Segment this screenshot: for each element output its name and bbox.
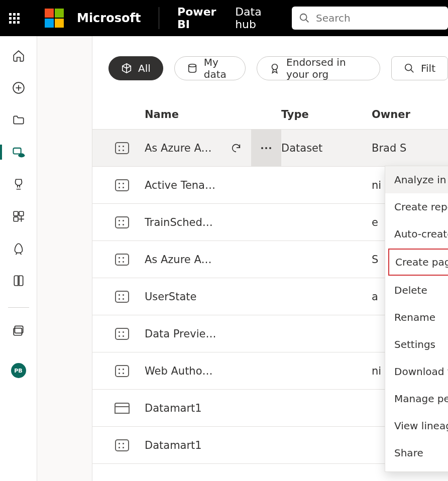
row-name[interactable]: As Azure Adventure … — [145, 142, 221, 154]
row-name[interactable]: Datamart1 — [145, 402, 221, 414]
global-header: Microsoft Power BI Data hub — [0, 0, 448, 36]
table-row[interactable]: As Azure Adventure …DatasetBrad S — [92, 130, 448, 167]
svg-rect-9 — [14, 217, 18, 221]
microsoft-label: Microsoft — [77, 11, 141, 25]
more-options-button — [251, 167, 281, 203]
more-options-button — [251, 241, 281, 278]
row-name[interactable]: As Azure Adventure Works II — [145, 254, 221, 266]
more-options-button — [251, 204, 281, 240]
nav-create[interactable] — [9, 78, 28, 97]
menu-share[interactable]: Share — [385, 439, 448, 466]
secondary-panel — [37, 36, 92, 481]
search-input[interactable] — [316, 12, 441, 24]
svg-rect-7 — [14, 211, 18, 216]
dataset-icon — [99, 216, 145, 228]
row-name[interactable]: Data Preview Usage — [145, 328, 221, 340]
row-name[interactable]: Web Authoring Usage — [145, 365, 221, 377]
nav-home[interactable] — [9, 46, 28, 65]
menu-create-report[interactable]: Create report — [385, 193, 448, 220]
menu-view-lineage[interactable]: View lineage — [385, 412, 448, 439]
row-name[interactable]: Active Tenants & Renders — [145, 179, 221, 191]
svg-point-18 — [269, 147, 271, 149]
dataset-icon — [99, 142, 145, 154]
more-options-button — [251, 427, 281, 463]
nav-apps[interactable] — [9, 207, 28, 226]
svg-line-15 — [411, 70, 413, 72]
svg-point-12 — [188, 64, 196, 67]
dataset-icon — [99, 179, 145, 191]
global-search[interactable] — [292, 7, 448, 30]
more-options-button — [251, 315, 281, 352]
filter-by-keyword[interactable]: Filt — [391, 56, 448, 80]
nav-rail: PB — [0, 36, 37, 481]
filter-my-data-label: My data — [204, 56, 233, 80]
nav-workspaces[interactable] — [9, 321, 28, 340]
row-owner: Brad S — [372, 142, 448, 154]
row-name[interactable]: Datamart1 — [145, 439, 221, 451]
col-type[interactable]: Type — [281, 108, 372, 121]
menu-delete[interactable]: Delete — [385, 277, 448, 304]
microsoft-logo-icon — [45, 9, 64, 28]
filter-endorsed[interactable]: Endorsed in your org — [257, 56, 380, 80]
dataset-icon — [99, 254, 145, 266]
svg-rect-5 — [13, 148, 21, 154]
nav-learn[interactable] — [9, 271, 28, 290]
more-options-button — [251, 390, 281, 426]
dataset-icon — [99, 365, 145, 377]
more-options-button — [251, 278, 281, 315]
menu-manage-permissions[interactable]: Manage permissions — [385, 385, 448, 412]
menu-create-paginated-report[interactable]: Create paginated report — [388, 249, 448, 276]
more-options-button[interactable] — [251, 130, 281, 166]
svg-point-17 — [265, 147, 267, 149]
svg-point-0 — [300, 14, 307, 21]
nav-metrics[interactable] — [9, 175, 28, 194]
row-name[interactable]: UserState — [145, 291, 221, 303]
dataset-icon — [99, 328, 145, 340]
col-owner[interactable]: Owner — [372, 108, 448, 121]
filter-by-keyword-label: Filt — [421, 62, 435, 74]
row-type: Dataset — [281, 142, 372, 154]
svg-point-14 — [405, 64, 412, 71]
header-divider — [159, 7, 159, 29]
avatar[interactable]: PB — [11, 363, 26, 378]
main-content: All My data Endorsed in your org Filt — [92, 36, 448, 481]
row-name[interactable]: TrainScheduleStatus — [145, 216, 221, 228]
filter-pillbar: All My data Endorsed in your org Filt — [92, 56, 448, 80]
app-launcher-icon[interactable] — [9, 13, 20, 24]
table-header-row: Name Type Owner — [92, 99, 448, 130]
nav-data-hub[interactable] — [9, 143, 28, 162]
filter-my-data[interactable]: My data — [174, 56, 246, 80]
row-context-menu: Analyze in Excel Create report Auto-crea… — [385, 166, 448, 472]
menu-download-file[interactable]: Download this file — [385, 358, 448, 385]
nav-deployment[interactable] — [9, 239, 28, 258]
filter-all[interactable]: All — [108, 56, 163, 80]
page-label[interactable]: Data hub — [235, 6, 272, 31]
refresh-icon[interactable] — [221, 143, 251, 154]
svg-point-16 — [261, 147, 263, 149]
datamart-icon — [99, 403, 145, 414]
dataset-icon — [99, 439, 145, 451]
menu-auto-create-report[interactable]: Auto-create report — [385, 220, 448, 248]
menu-settings[interactable]: Settings — [385, 331, 448, 358]
svg-point-13 — [272, 64, 278, 70]
menu-analyze-in-excel[interactable]: Analyze in Excel — [385, 166, 448, 193]
search-icon — [299, 13, 310, 24]
menu-rename[interactable]: Rename — [385, 304, 448, 331]
more-options-button — [251, 352, 281, 389]
nav-browse[interactable] — [9, 110, 28, 130]
svg-rect-8 — [19, 211, 24, 216]
filter-all-label: All — [138, 62, 151, 74]
product-label[interactable]: Power BI — [177, 6, 217, 31]
svg-line-1 — [306, 20, 308, 22]
rail-divider — [8, 307, 29, 308]
dataset-icon — [99, 291, 145, 303]
filter-endorsed-label: Endorsed in your org — [286, 56, 368, 80]
col-name[interactable]: Name — [145, 108, 281, 121]
